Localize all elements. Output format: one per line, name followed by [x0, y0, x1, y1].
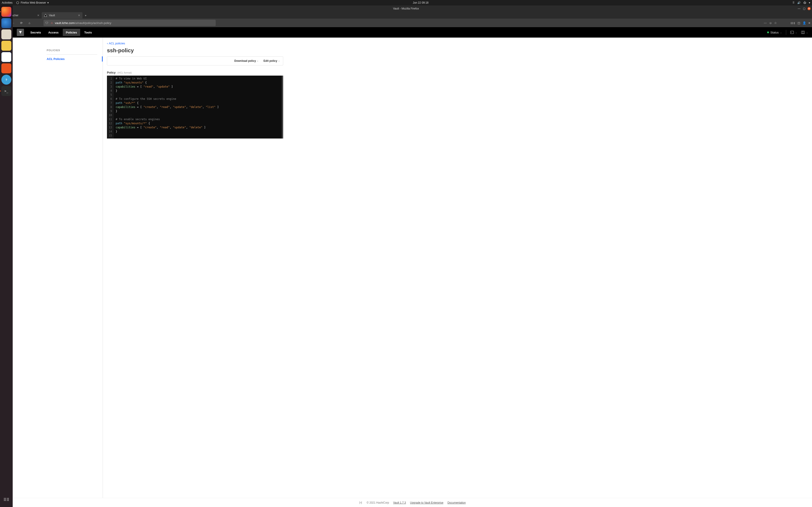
- security-icon[interactable]: ⚠: [51, 21, 53, 24]
- library-icon[interactable]: ⫿⫿⫿: [791, 21, 795, 25]
- reader-icon[interactable]: ☺: [769, 21, 772, 25]
- vault-icon: [44, 14, 47, 17]
- dock-firefox[interactable]: [1, 7, 11, 17]
- app-menu-label: Firefox Web Browser: [20, 1, 46, 4]
- close-tab-icon[interactable]: ✕: [78, 14, 80, 17]
- minimize-button[interactable]: —: [798, 7, 801, 10]
- shield-icon[interactable]: 🛡: [45, 21, 49, 25]
- maximize-button[interactable]: ▢: [803, 7, 806, 10]
- home-button[interactable]: ⌂: [26, 20, 33, 26]
- more-icon[interactable]: ⋯: [764, 21, 767, 25]
- firefox-window: Vault - Mozilla Firefox — ▢ ✕ Rancher ✕ …: [0, 5, 812, 27]
- tab-label: Vault: [49, 14, 55, 17]
- close-tab-icon[interactable]: ✕: [37, 14, 39, 17]
- sidebar-icon[interactable]: ◫: [798, 21, 800, 25]
- account-icon[interactable]: 👤: [803, 21, 806, 25]
- svg-point-0: [16, 2, 19, 4]
- app-menu[interactable]: Firefox Web Browser ▾: [16, 1, 49, 4]
- reload-button[interactable]: ⟳: [18, 20, 24, 26]
- clock[interactable]: Jun 22 09:18: [49, 1, 793, 4]
- network-icon[interactable]: ⠿: [793, 1, 795, 4]
- volume-icon[interactable]: 🔊: [797, 1, 801, 4]
- window-title: Vault - Mozilla Firefox: [393, 7, 419, 10]
- new-tab-button[interactable]: +: [83, 12, 89, 18]
- firefox-icon: [16, 1, 19, 4]
- chevron-down-icon[interactable]: ▾: [809, 1, 810, 4]
- tab-strip: Rancher ✕ Vault ✕ +: [0, 12, 812, 18]
- close-button[interactable]: ✕: [807, 7, 811, 10]
- url-domain: vault.lizhe.com: [55, 21, 74, 25]
- activities-button[interactable]: Activities: [2, 1, 12, 4]
- browser-toolbar: ← → ⟳ ⌂ 🛡 ⚠ vault.lizhe.com/ui/vault/pol…: [0, 18, 812, 27]
- firefox-titlebar: Vault - Mozilla Firefox — ▢ ✕: [0, 5, 812, 12]
- menu-icon[interactable]: ≡: [808, 21, 810, 25]
- tab-vault[interactable]: Vault ✕: [42, 12, 83, 18]
- bookmark-icon[interactable]: ☆: [774, 21, 777, 25]
- power-icon[interactable]: ⏻: [803, 1, 806, 4]
- url-bar[interactable]: 🛡 ⚠ vault.lizhe.com/ui/vault/policy/acl/…: [44, 20, 216, 26]
- url-path: /ui/vault/policy/acl/ssh-policy: [74, 21, 111, 25]
- dock: ? >_ ⠿⠿: [0, 5, 13, 27]
- svg-marker-2: [44, 14, 47, 16]
- dock-thunderbird[interactable]: [1, 18, 11, 27]
- gnome-top-bar: Activities Firefox Web Browser ▾ Jun 22 …: [0, 0, 812, 5]
